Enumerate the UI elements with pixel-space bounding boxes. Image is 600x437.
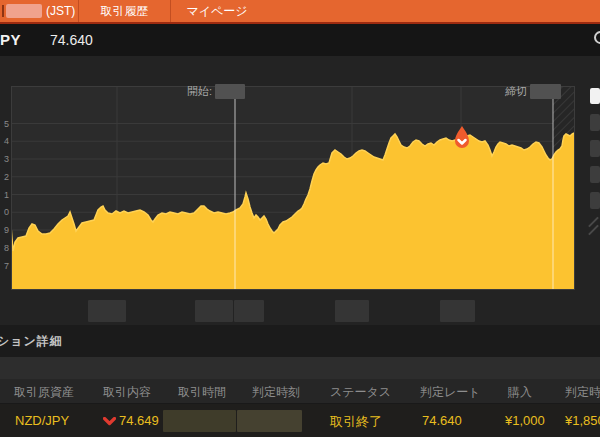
y-axis-tick-label: 5 xyxy=(0,119,9,129)
y-axis-tick-label: 8 xyxy=(0,243,9,253)
redacted-time-cell xyxy=(163,410,236,432)
asset-cell: NZD/JPY xyxy=(15,413,69,428)
timezone-label: (JST) xyxy=(46,4,75,18)
redacted-x-axis-label xyxy=(88,300,126,322)
redacted-x-axis-label xyxy=(234,300,264,322)
tab-my-page[interactable]: マイページ xyxy=(171,0,263,22)
details-toolbar-band xyxy=(0,357,600,379)
price-chart-plot[interactable] xyxy=(11,86,575,290)
area-chart xyxy=(11,86,575,290)
column-header: 判定時 xyxy=(565,384,600,401)
payout-amount-cell: ¥1,850 xyxy=(565,413,600,428)
top-navigation-bar: (JST) 取引履歴 マイページ xyxy=(0,0,600,22)
details-header-strip: ション詳細 xyxy=(0,325,600,357)
redacted-start-time xyxy=(215,84,245,99)
redacted-x-axis-label xyxy=(335,300,369,322)
clipped-text-fragment xyxy=(2,5,4,17)
column-header: 取引原資産 xyxy=(14,384,74,401)
column-header: 購入 xyxy=(508,384,532,401)
y-axis-tick-label: 2 xyxy=(0,172,9,182)
side-button[interactable] xyxy=(590,140,600,157)
column-header: ステータス xyxy=(330,384,391,401)
y-axis-tick-label: 7 xyxy=(0,261,9,271)
tab-server-time[interactable]: (JST) xyxy=(0,0,78,22)
side-button[interactable] xyxy=(590,166,600,183)
start-time-label: 開始: xyxy=(187,84,245,99)
column-header: 取引内容 xyxy=(103,384,151,401)
deadline-label-text: 締切 xyxy=(505,84,527,99)
purchase-amount-cell: ¥1,000 xyxy=(505,413,545,428)
side-button[interactable] xyxy=(590,114,600,131)
tab-trade-history[interactable]: 取引履歴 xyxy=(79,0,170,22)
currency-pair-label: PY xyxy=(0,31,21,48)
y-axis-tick-label: 0 xyxy=(0,207,9,217)
trade-table-row[interactable]: NZD/JPY74.649取引終了74.640¥1,000¥1,850 xyxy=(0,404,600,437)
y-axis-tick-label: 9 xyxy=(0,225,9,235)
start-label-text: 開始: xyxy=(187,84,212,99)
trading-app: { "topbar": { "time_tab_suffix": "(JST)"… xyxy=(0,0,600,437)
column-header: 判定レート xyxy=(420,384,481,401)
side-button[interactable] xyxy=(590,192,600,209)
settle-rate-cell: 74.640 xyxy=(422,413,462,428)
current-price: 74.640 xyxy=(50,32,93,48)
side-button-active[interactable] xyxy=(590,88,600,104)
deadline-label: 締切 xyxy=(505,84,561,99)
entry-rate-cell: 74.649 xyxy=(119,413,159,428)
status-cell: 取引終了 xyxy=(330,413,382,431)
redacted-x-axis-label xyxy=(195,300,233,322)
price-area-series xyxy=(11,133,574,290)
redacted-x-axis-label xyxy=(440,300,475,322)
direction-down-icon xyxy=(103,417,116,426)
y-axis-tick-label: 3 xyxy=(0,154,9,164)
y-axis-tick-label: 1 xyxy=(0,190,9,200)
section-title: ション詳細 xyxy=(0,333,63,350)
redacted-time-cell xyxy=(237,410,302,432)
redacted-time-value xyxy=(6,4,42,18)
y-axis-tick-label: 4 xyxy=(0,136,9,146)
column-header: 判定時刻 xyxy=(252,384,300,401)
quote-bar: PY 74.640 xyxy=(0,24,600,56)
redacted-deadline-time xyxy=(530,84,561,99)
trade-table-header: 取引原資産取引内容取引時間判定時刻ステータス判定レート購入判定時 xyxy=(0,379,600,404)
chart-section: 開始: 締切 543210987 xyxy=(0,56,600,325)
clock-icon[interactable] xyxy=(594,31,600,44)
column-header: 取引時間 xyxy=(178,384,226,401)
